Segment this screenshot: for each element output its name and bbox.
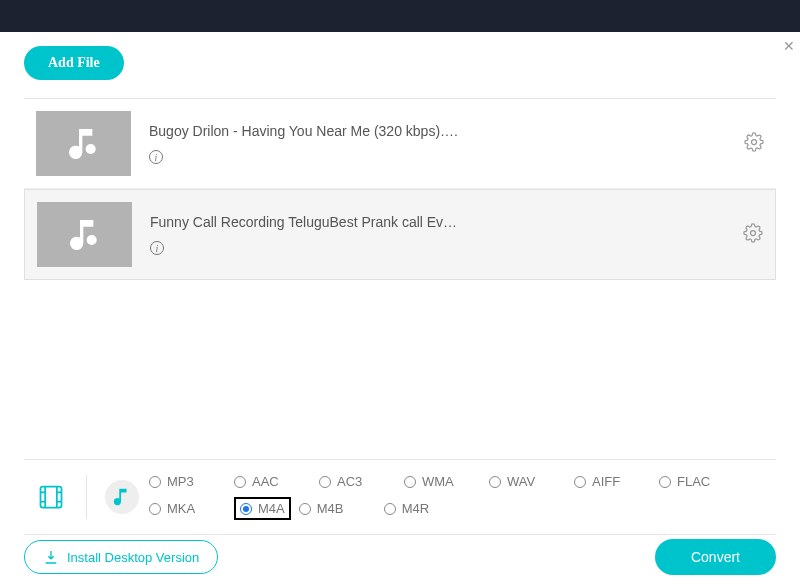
format-label: M4A [258, 501, 285, 516]
settings-button[interactable] [744, 132, 764, 156]
format-option-m4a[interactable]: M4A [234, 497, 291, 520]
svg-point-2 [86, 235, 96, 245]
format-label: AC3 [337, 474, 362, 489]
audio-thumbnail [37, 202, 132, 267]
format-label: AAC [252, 474, 279, 489]
install-label: Install Desktop Version [67, 550, 199, 565]
film-icon [37, 483, 65, 511]
file-title: Funny Call Recording TeluguBest Prank ca… [150, 214, 743, 230]
file-info: Funny Call Recording TeluguBest Prank ca… [150, 214, 743, 256]
format-option-m4b[interactable]: M4B [299, 497, 384, 520]
close-icon[interactable]: ✕ [783, 38, 795, 54]
settings-button[interactable] [743, 223, 763, 247]
svg-point-1 [752, 139, 757, 144]
format-option-aiff[interactable]: AIFF [574, 474, 659, 489]
format-label: MP3 [167, 474, 194, 489]
music-note-icon [64, 124, 104, 164]
divider [86, 475, 87, 519]
audio-thumbnail [36, 111, 131, 176]
format-label: MKA [167, 501, 195, 516]
format-option-wma[interactable]: WMA [404, 474, 489, 489]
download-icon [43, 549, 59, 565]
format-label: M4R [402, 501, 429, 516]
format-panel: MP3 AAC AC3 WMA WAV AIFF FLAC MKA M4A M4… [24, 459, 776, 535]
video-category-button[interactable] [34, 480, 68, 514]
info-icon[interactable]: i [149, 150, 163, 164]
svg-point-3 [751, 230, 756, 235]
format-label: WAV [507, 474, 535, 489]
main-content: Add File Bugoy Drilon - Having You Near … [0, 32, 800, 280]
audio-category-button[interactable] [105, 480, 139, 514]
gear-icon [743, 223, 763, 243]
svg-rect-4 [41, 487, 62, 508]
format-option-mka[interactable]: MKA [149, 497, 234, 520]
format-option-wav[interactable]: WAV [489, 474, 574, 489]
file-item[interactable]: Bugoy Drilon - Having You Near Me (320 k… [24, 99, 776, 189]
format-option-mp3[interactable]: MP3 [149, 474, 234, 489]
format-option-ac3[interactable]: AC3 [319, 474, 404, 489]
format-label: AIFF [592, 474, 620, 489]
music-icon [111, 486, 133, 508]
svg-point-0 [85, 144, 95, 154]
file-title: Bugoy Drilon - Having You Near Me (320 k… [149, 123, 744, 139]
music-note-icon [65, 215, 105, 255]
file-list: Bugoy Drilon - Having You Near Me (320 k… [24, 98, 776, 280]
format-option-m4r[interactable]: M4R [384, 497, 469, 520]
info-icon[interactable]: i [150, 241, 164, 255]
format-label: WMA [422, 474, 454, 489]
convert-button[interactable]: Convert [655, 539, 776, 575]
format-option-aac[interactable]: AAC [234, 474, 319, 489]
install-desktop-button[interactable]: Install Desktop Version [24, 540, 218, 574]
format-option-flac[interactable]: FLAC [659, 474, 744, 489]
footer: Install Desktop Version Convert [24, 539, 776, 575]
format-grid: MP3 AAC AC3 WMA WAV AIFF FLAC MKA M4A M4… [149, 470, 776, 524]
app-titlebar [0, 0, 800, 32]
format-label: M4B [317, 501, 344, 516]
format-label: FLAC [677, 474, 710, 489]
file-item[interactable]: Funny Call Recording TeluguBest Prank ca… [24, 189, 776, 280]
add-file-button[interactable]: Add File [24, 46, 124, 80]
file-info: Bugoy Drilon - Having You Near Me (320 k… [149, 123, 744, 165]
gear-icon [744, 132, 764, 152]
